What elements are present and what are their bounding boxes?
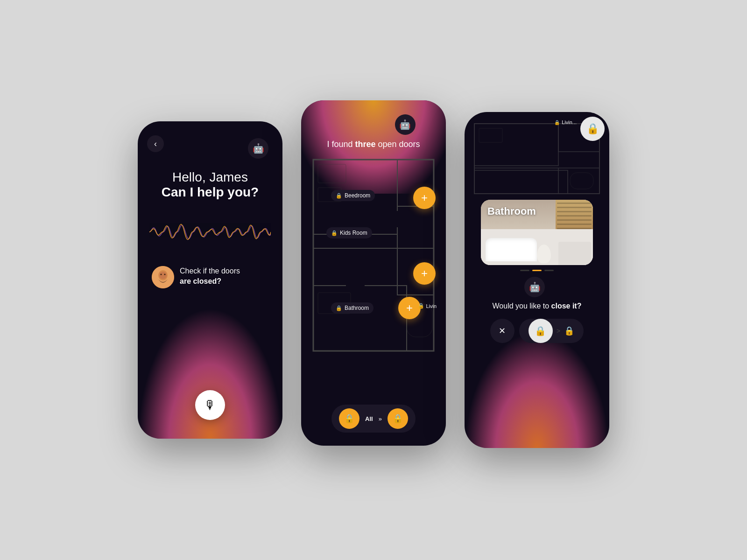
arrow-separator: >	[557, 327, 560, 335]
svg-rect-27	[570, 173, 593, 189]
robot-avatar: 🤖	[248, 138, 268, 159]
mic-icon: 🎙	[204, 398, 216, 413]
bathroom-label-text: Bathroom	[345, 305, 369, 311]
robot-avatar-2: 🤖	[395, 114, 416, 135]
plus-button-top[interactable]: +	[413, 187, 436, 209]
living-lock-icon: 🔒	[418, 303, 424, 309]
arrow-icon: »	[379, 415, 382, 422]
svg-rect-26	[479, 128, 502, 142]
svg-point-3	[161, 274, 162, 275]
found-bold: three	[355, 140, 375, 149]
lock-all-left-button[interactable]: 🔒	[339, 408, 359, 429]
user-query: Check if the doors are closed?	[180, 266, 240, 287]
kidsroom-lock-icon: 🔒	[331, 230, 338, 236]
bedroom-label-text: Beedroom	[345, 192, 370, 199]
dot-3	[544, 270, 554, 271]
living-label-small: 🔒 Livin	[418, 303, 437, 309]
bathroom-card: Bathroom	[481, 200, 593, 265]
living-room-label-mini: 🔒 Livin...	[554, 119, 577, 125]
svg-rect-16	[318, 164, 346, 183]
robot-avatar-3: 🤖	[524, 277, 545, 297]
dot-1	[520, 270, 529, 271]
greeting-help: Can I help you?	[162, 185, 259, 200]
cancel-icon: ✕	[499, 326, 506, 336]
svg-rect-24	[474, 170, 568, 194]
bedroom-label: 🔒 Beedroom	[331, 190, 375, 201]
user-avatar	[152, 266, 174, 288]
kidsroom-label-text: Kids Room	[340, 230, 367, 236]
bathroom-label: 🔒 Bathroom	[331, 302, 374, 314]
plus-button-mid[interactable]: +	[413, 262, 436, 285]
phone-1: ‹ 🤖 Hello, James Can I help you?	[138, 121, 282, 439]
bedroom-lock-icon: 🔒	[336, 193, 342, 199]
all-label: All	[365, 415, 373, 422]
greeting-hello: Hello, James	[162, 170, 259, 185]
question-prefix: Would you like to	[493, 302, 551, 310]
robot-icon-3: 🤖	[529, 281, 541, 293]
floor-plan: 🔒 Beedroom 🔒 Kids Room 🔒 Bathroom + + + …	[309, 155, 438, 356]
user-message-row: Check if the doors are closed?	[152, 266, 240, 288]
found-prefix: I found	[327, 140, 355, 149]
question-bold: close it?	[551, 302, 582, 310]
lock-top-right-button[interactable]: 🔒	[580, 117, 605, 141]
phone-3: 🔒 🔒 Livin...	[465, 112, 609, 448]
plus-button-bottom[interactable]: +	[398, 297, 421, 319]
message-line2: are closed?	[180, 277, 221, 285]
back-icon: ‹	[154, 139, 157, 149]
message-line1: Check if the doors	[180, 267, 240, 275]
robot-icon: 🤖	[253, 143, 264, 154]
voice-waveform	[149, 211, 271, 253]
bottom-action-bar: 🔒 All » 🔒	[331, 405, 416, 433]
back-button[interactable]: ‹	[147, 135, 164, 152]
svg-point-2	[159, 272, 167, 279]
action-buttons-row: ✕ 🔒 > 🔒	[490, 319, 584, 343]
lock-action-icon: 🔒	[535, 325, 546, 336]
dot-2	[532, 270, 542, 271]
lock-all-right-button[interactable]: 🔒	[388, 408, 408, 429]
found-doors-text: I found three open doors	[327, 140, 420, 149]
svg-rect-20	[474, 124, 599, 194]
living-text: Livin...	[562, 119, 577, 125]
kidsroom-label: 🔒 Kids Room	[326, 227, 372, 238]
robot-icon-2: 🤖	[399, 119, 411, 130]
bathroom-title: Bathroom	[487, 205, 536, 217]
found-suffix: open doors	[375, 140, 420, 149]
svg-rect-5	[313, 160, 434, 351]
mic-button[interactable]: 🎙	[195, 390, 225, 420]
bathroom-lock-icon: 🔒	[336, 305, 342, 311]
svg-point-4	[164, 274, 166, 275]
close-question: Would you like to close it?	[493, 302, 582, 310]
svg-rect-21	[474, 124, 558, 166]
carousel-dots	[520, 270, 554, 271]
bathroom-image: Bathroom	[481, 200, 593, 265]
close-door-pill[interactable]: 🔒 > 🔒	[519, 319, 584, 343]
phone-2: 🤖 I found three open doors	[301, 100, 446, 446]
living-lock-sm: 🔒	[554, 120, 560, 125]
cancel-button[interactable]: ✕	[490, 319, 514, 343]
lock-action-button[interactable]: 🔒	[529, 319, 553, 343]
lock-right-icon: 🔒	[564, 326, 574, 336]
svg-rect-10	[313, 286, 407, 351]
